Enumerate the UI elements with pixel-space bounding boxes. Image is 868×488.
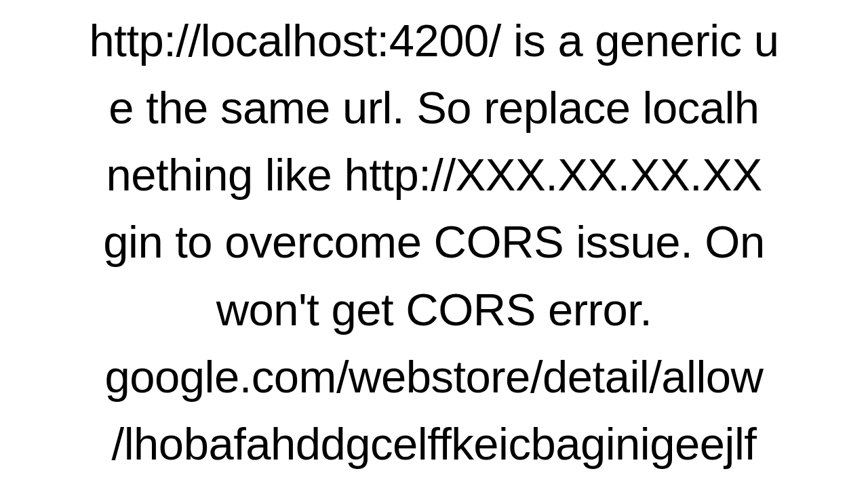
text-line-5: won't get CORS error. <box>0 276 868 343</box>
text-line-3: nething like http://XXX.XX.XX.XX <box>0 141 868 208</box>
document-text: http://localhost:4200/ is a generic u e … <box>0 7 868 477</box>
text-line-4: gin to overcome CORS issue. On <box>0 208 868 275</box>
text-line-2: e the same url. So replace localh <box>0 74 868 141</box>
text-line-1: http://localhost:4200/ is a generic u <box>0 7 868 74</box>
text-line-6: google.com/webstore/detail/allow <box>0 343 868 410</box>
text-line-7: /lhobafahddgcelffkeicbaginigeejlf <box>0 410 868 477</box>
